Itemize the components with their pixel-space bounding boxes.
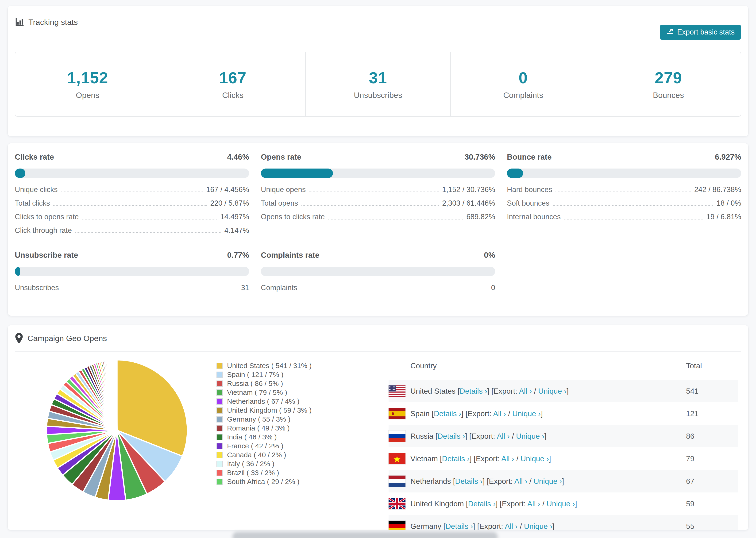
rates-grid: Clicks rate4.46%Unique clicks167 / 4.456… xyxy=(15,153,741,295)
legend-item-canada: Canada ( 40 / 2% ) xyxy=(216,451,311,459)
country-name: Russia xyxy=(410,432,436,440)
bracket: ] xyxy=(544,432,547,440)
export-all-link[interactable]: All › xyxy=(501,455,514,463)
geo-table-row-vietnam: Vietnam [Details ›] [Export: All › / Uni… xyxy=(389,447,738,470)
export-unique-link[interactable]: Unique › xyxy=(534,477,562,485)
flag-de-icon xyxy=(389,521,405,530)
horizontal-scrollbar-thumb[interactable] xyxy=(233,532,498,538)
stat-cell-bounces: 279Bounces xyxy=(596,52,741,116)
country-name: United States xyxy=(410,387,458,395)
legend-item-brazil: Brazil ( 33 / 2% ) xyxy=(216,468,311,477)
details-link[interactable]: Details › xyxy=(460,387,487,395)
rate-title: Opens rate xyxy=(261,153,301,161)
export-unique-link[interactable]: Unique › xyxy=(524,522,553,530)
export-all-link[interactable]: All › xyxy=(497,432,510,440)
rate-detail-label: Clicks to opens rate xyxy=(15,213,79,221)
dotted-leader xyxy=(61,191,203,192)
slash-separator: / xyxy=(527,477,534,485)
rate-detail-row: Hard bounces242 / 86.738% xyxy=(507,183,741,197)
stat-value: 1,152 xyxy=(67,69,108,87)
legend-swatch xyxy=(216,479,223,485)
export-label: ] [Export: xyxy=(469,455,501,463)
export-unique-link[interactable]: Unique › xyxy=(547,500,575,508)
legend-swatch xyxy=(216,416,223,422)
rate-progress-bar xyxy=(261,169,495,178)
legend-swatch xyxy=(216,470,223,476)
rate-value: 0% xyxy=(484,251,495,260)
rate-detail-label: Internal bounces xyxy=(507,213,561,221)
geo-table-row-russia: Russia [Details ›] [Export: All › / Uniq… xyxy=(389,425,738,447)
legend-label: Canada ( 40 / 2% ) xyxy=(227,451,286,459)
export-all-link[interactable]: All › xyxy=(493,409,506,418)
bar-chart-icon xyxy=(15,17,24,27)
export-button-label: Export basic stats xyxy=(677,28,735,36)
flag-gb-icon xyxy=(389,498,405,510)
dotted-leader xyxy=(309,191,439,192)
rate-detail-value: 0 xyxy=(491,284,495,292)
export-unique-link[interactable]: Unique › xyxy=(520,455,549,463)
export-unique-link[interactable]: Unique › xyxy=(512,409,541,418)
country-name: United Kingdom xyxy=(410,500,466,508)
details-link[interactable]: Details › xyxy=(434,409,461,418)
rate-block-bounce-rate: Bounce rate6.927%Hard bounces242 / 86.73… xyxy=(507,153,741,238)
dotted-leader xyxy=(328,219,463,219)
legend-item-netherlands: Netherlands ( 67 / 4% ) xyxy=(216,397,311,406)
rate-detail-row: Unsubscribes31 xyxy=(15,281,249,295)
bracket: [ xyxy=(453,477,455,485)
export-all-link[interactable]: All › xyxy=(505,522,518,530)
stat-cell-unsubscribes: 31Unsubscribes xyxy=(305,52,450,116)
export-unique-link[interactable]: Unique › xyxy=(516,432,544,440)
country-name: Germany xyxy=(410,522,443,530)
rate-progress-bar xyxy=(15,267,249,276)
dotted-leader xyxy=(564,219,703,219)
stat-label: Bounces xyxy=(653,91,684,100)
rate-detail-value: 31 xyxy=(241,284,249,292)
legend-item-germany: Germany ( 55 / 3% ) xyxy=(216,415,311,424)
legend-swatch xyxy=(216,434,223,440)
export-label: ] [Export: xyxy=(483,477,514,485)
rate-detail-row: Internal bounces19 / 6.81% xyxy=(507,210,741,224)
legend-swatch xyxy=(216,407,223,413)
legend-item-russia: Russia ( 86 / 5% ) xyxy=(216,379,311,388)
geo-row-country-cell: Vietnam [Details ›] [Export: All › / Uni… xyxy=(410,455,551,463)
rate-value: 0.77% xyxy=(227,251,249,260)
bracket: ] xyxy=(575,500,577,508)
slash-separator: / xyxy=(540,500,547,508)
rate-detail-value: 19 / 6.81% xyxy=(706,213,741,221)
country-name: Spain xyxy=(410,409,432,418)
rate-detail-value: 4.147% xyxy=(225,226,249,235)
rate-detail-row: Soft bounces18 / 0% xyxy=(507,197,741,210)
legend-label: Brazil ( 33 / 2% ) xyxy=(227,469,279,477)
rate-detail-row: Opens to clicks rate689.82% xyxy=(261,210,495,224)
header-divider xyxy=(15,44,741,44)
legend-item-india: India ( 46 / 3% ) xyxy=(216,433,311,442)
rates-card: Clicks rate4.46%Unique clicks167 / 4.456… xyxy=(8,143,748,316)
rate-detail-label: Click through rate xyxy=(15,226,72,235)
export-unique-link[interactable]: Unique › xyxy=(538,387,567,395)
pie-slice-other[interactable] xyxy=(117,360,117,430)
rate-progress-fill xyxy=(15,267,20,276)
export-label: ] [Export: xyxy=(487,387,519,395)
dotted-leader xyxy=(82,219,217,219)
geo-table-row-united-kingdom: United Kingdom [Details ›] [Export: All … xyxy=(389,493,738,515)
details-link[interactable]: Details › xyxy=(442,455,469,463)
details-link[interactable]: Details › xyxy=(438,432,465,440)
details-link[interactable]: Details › xyxy=(455,477,482,485)
export-label: ] [Export: xyxy=(496,500,527,508)
legend-label: France ( 42 / 2% ) xyxy=(227,442,283,450)
export-all-link[interactable]: All › xyxy=(527,500,540,508)
geo-card-title-text: Campaign Geo Opens xyxy=(27,334,107,343)
stat-cell-clicks: 167Clicks xyxy=(160,52,305,116)
details-link[interactable]: Details › xyxy=(468,500,495,508)
bracket: ] xyxy=(553,522,555,530)
export-basic-stats-button[interactable]: Export basic stats xyxy=(660,25,741,40)
flag-ru-icon xyxy=(389,430,405,442)
export-all-link[interactable]: All › xyxy=(519,387,532,395)
flag-us-icon xyxy=(389,385,405,397)
map-pin-icon xyxy=(15,333,23,344)
rate-progress-fill xyxy=(261,169,333,178)
geo-row-country-cell: Russia [Details ›] [Export: All › / Uniq… xyxy=(410,432,547,441)
bracket: ] xyxy=(549,455,551,463)
details-link[interactable]: Details › xyxy=(445,522,473,530)
export-all-link[interactable]: All › xyxy=(514,477,527,485)
